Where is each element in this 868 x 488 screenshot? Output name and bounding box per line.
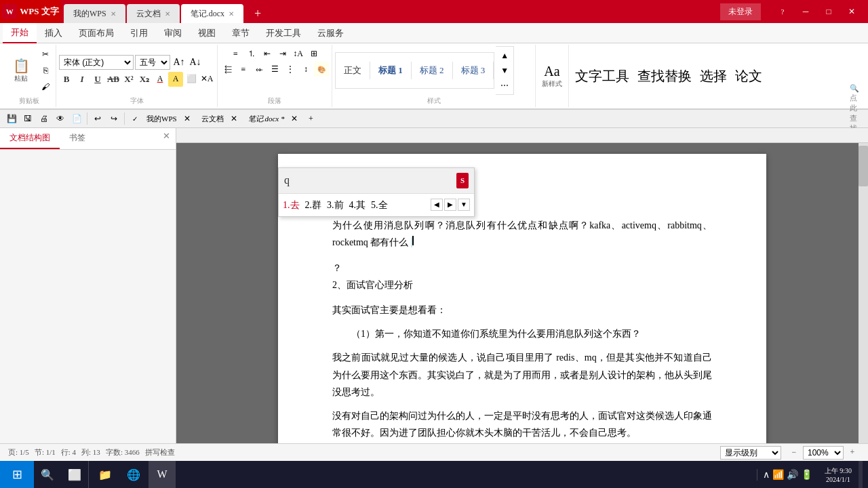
- start-button[interactable]: ⊞: [0, 461, 34, 488]
- ime-candidate-1[interactable]: 1.去: [283, 197, 300, 214]
- print-button[interactable]: 🖨: [37, 111, 52, 126]
- export-pdf-button[interactable]: 📄: [69, 111, 84, 126]
- tray-battery[interactable]: 🔋: [801, 469, 812, 481]
- font-size-decrease[interactable]: A↓: [188, 55, 203, 70]
- sidebar-close-btn[interactable]: ✕: [157, 128, 176, 149]
- doc-scroll-area[interactable]: ├ 1、面试题 为什么使用消息队列啊？消息队列有什么优点和缺点啊？kafka、a…: [176, 143, 868, 443]
- increase-indent-button[interactable]: ⇥: [275, 46, 290, 61]
- cut-button[interactable]: ✂: [38, 47, 53, 62]
- ribbon-tab-layout[interactable]: 页面布局: [71, 24, 122, 43]
- ime-popup[interactable]: q S 1.去 2.群 3.前 4.其 5.全: [278, 167, 475, 217]
- close-tab-cloud[interactable]: ✕: [165, 10, 170, 18]
- style-h1[interactable]: 标题 1: [370, 62, 412, 79]
- scrollbar-thumb[interactable]: [859, 146, 868, 186]
- ribbon-tab-review[interactable]: 审阅: [156, 24, 190, 43]
- select-button[interactable]: 选择: [696, 66, 730, 86]
- sort-button[interactable]: ↕A: [291, 46, 306, 61]
- justify-button[interactable]: ☰: [267, 62, 282, 77]
- ribbon-tab-developer[interactable]: 开发工具: [258, 24, 309, 43]
- wps-logo[interactable]: W WPS 文字: [0, 0, 61, 23]
- redo-button[interactable]: ↪: [106, 111, 121, 126]
- close-file-btn[interactable]: ✕: [180, 111, 195, 126]
- format-painter-button[interactable]: 🖌: [38, 79, 53, 94]
- track-changes-icon[interactable]: ✓: [127, 111, 142, 126]
- add-file-btn[interactable]: +: [303, 111, 318, 126]
- style-expand[interactable]: ⋯: [497, 78, 512, 93]
- tray-up-arrow[interactable]: ∧: [763, 469, 770, 481]
- maximize-button[interactable]: □: [818, 4, 840, 19]
- ribbon-tab-chapter[interactable]: 章节: [224, 24, 258, 43]
- tab-cloud[interactable]: 云文档 ✕: [127, 4, 180, 23]
- show-desktop-btn[interactable]: [859, 461, 863, 488]
- taskbar-task-view[interactable]: ⬜: [61, 461, 88, 488]
- document-text[interactable]: 1、面试题 为什么使用消息队列啊？消息队列有什么优点和缺点啊？kafka、act…: [332, 192, 712, 443]
- paste-button[interactable]: 📋 粘贴: [5, 56, 37, 85]
- style-scroll-up[interactable]: ▲: [497, 48, 512, 63]
- align-center-button[interactable]: ≡: [236, 62, 251, 77]
- superscript-button[interactable]: X²: [121, 72, 136, 87]
- ime-next-btn[interactable]: ▶: [444, 199, 456, 211]
- ime-candidate-3[interactable]: 3.前: [327, 197, 344, 214]
- bold-button[interactable]: B: [59, 72, 74, 87]
- sidebar-tab-bookmark[interactable]: 书签: [60, 128, 95, 149]
- sidebar-tab-outline[interactable]: 文档结构图: [0, 128, 60, 149]
- font-color-button[interactable]: A: [153, 72, 167, 87]
- ime-candidate-2[interactable]: 2.群: [305, 197, 322, 214]
- ime-prev-btn[interactable]: ◀: [431, 199, 443, 211]
- ime-candidate-4[interactable]: 4.其: [349, 197, 366, 214]
- style-h2[interactable]: 标题 2: [412, 62, 453, 79]
- taskbar-explorer[interactable]: 📁: [92, 461, 119, 488]
- save-button[interactable]: 💾: [4, 111, 19, 126]
- shading-button[interactable]: 🎨: [314, 62, 329, 77]
- ribbon-tab-reference[interactable]: 引用: [122, 24, 156, 43]
- zoom-out-btn[interactable]: −: [787, 445, 802, 460]
- font-size-increase[interactable]: A↑: [172, 55, 186, 70]
- numbered-list-button[interactable]: ⒈: [244, 46, 259, 61]
- display-level-select[interactable]: 显示级别: [720, 446, 781, 460]
- login-button[interactable]: 未登录: [720, 3, 761, 20]
- ribbon-tab-cloud[interactable]: 云服务: [309, 24, 352, 43]
- ribbon-tab-view[interactable]: 视图: [190, 24, 224, 43]
- close-notes-btn[interactable]: ✕: [287, 111, 302, 126]
- bullet-list-button[interactable]: ≡: [229, 46, 243, 61]
- save-all-button[interactable]: 🖫: [20, 111, 35, 126]
- close-tab-notes[interactable]: ✕: [229, 10, 234, 18]
- clear-format-button[interactable]: ✕A: [199, 72, 214, 87]
- paper-button[interactable]: 论文: [732, 66, 766, 86]
- undo-button[interactable]: ↩: [90, 111, 105, 126]
- help-icon[interactable]: ?: [772, 4, 793, 19]
- zoom-select[interactable]: 100%: [803, 446, 844, 460]
- strikethrough-button[interactable]: AB: [106, 72, 121, 87]
- new-style-button[interactable]: Aa 新样式: [538, 61, 566, 91]
- close-cloud-btn[interactable]: ✕: [226, 111, 241, 126]
- highlight-button[interactable]: A: [168, 72, 183, 87]
- line-spacing-button[interactable]: ↕: [298, 62, 313, 77]
- char-border-button[interactable]: ⬜: [184, 72, 199, 87]
- font-size-select[interactable]: 五号: [135, 55, 170, 70]
- italic-button[interactable]: I: [75, 72, 90, 87]
- zoom-in-btn[interactable]: +: [845, 445, 860, 460]
- add-tab-btn[interactable]: +: [245, 4, 271, 23]
- distributed-button[interactable]: ⋮: [283, 62, 298, 77]
- find-replace-button[interactable]: 查找替换: [634, 66, 695, 86]
- decrease-indent-button[interactable]: ⇤: [260, 46, 275, 61]
- style-normal[interactable]: 正文: [336, 62, 370, 79]
- tray-network[interactable]: 📶: [772, 469, 784, 481]
- scrollbar-track[interactable]: [859, 143, 868, 443]
- border-button[interactable]: ⊞: [307, 46, 321, 61]
- align-left-button[interactable]: ⬱: [220, 62, 235, 77]
- align-right-button[interactable]: ⬰: [252, 62, 267, 77]
- ime-more-btn[interactable]: ▼: [458, 199, 470, 211]
- ribbon-tab-start[interactable]: 开始: [3, 23, 37, 43]
- tray-volume[interactable]: 🔊: [787, 469, 798, 481]
- font-name-select[interactable]: 宋体 (正文): [59, 55, 134, 70]
- text-tool-button[interactable]: 文字工具: [572, 66, 633, 86]
- taskbar-search[interactable]: 🔍: [34, 461, 61, 488]
- style-h3[interactable]: 标题 3: [453, 62, 494, 79]
- copy-button[interactable]: ⎘: [38, 63, 53, 78]
- style-scroll-down[interactable]: ▼: [497, 63, 512, 78]
- subscript-button[interactable]: X₂: [137, 72, 152, 87]
- print-preview-button[interactable]: 👁: [53, 111, 68, 126]
- taskbar-wps[interactable]: W: [149, 461, 176, 488]
- search-bar-btn[interactable]: 🔍 点此查找命令: [849, 111, 864, 126]
